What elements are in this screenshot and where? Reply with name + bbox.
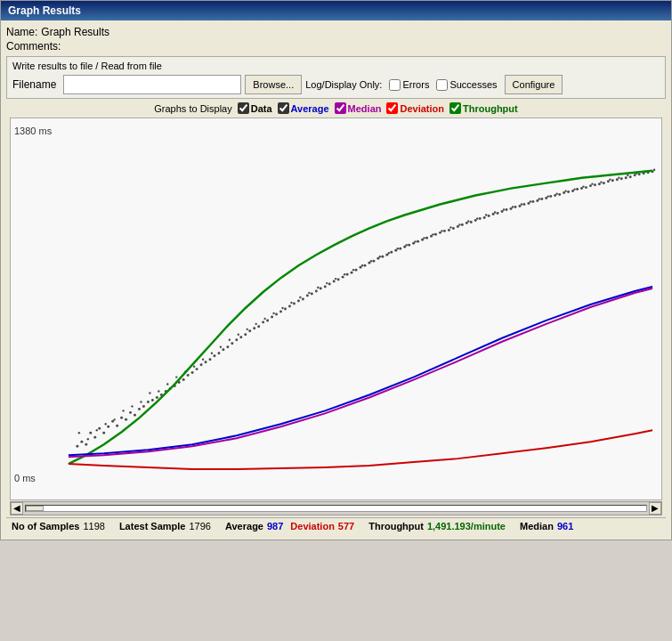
svg-point-123 — [616, 178, 619, 181]
main-window: Graph Results Name: Graph Results Commen… — [0, 0, 672, 540]
successes-checkbox-label[interactable]: Successes — [436, 79, 497, 91]
stat-throughput: Throughput 1,491.193/minute — [368, 521, 506, 531]
throughput-checkbox-label[interactable]: Throughput — [449, 102, 518, 114]
svg-point-42 — [257, 325, 260, 328]
svg-point-31 — [209, 358, 212, 361]
deviation-checkbox-label[interactable]: Deviation — [386, 102, 444, 114]
svg-point-102 — [522, 203, 525, 206]
svg-point-75 — [403, 246, 406, 248]
stat-latest: Latest Sample 1796 — [119, 521, 211, 531]
successes-checkbox[interactable] — [436, 79, 448, 91]
horizontal-scrollbar[interactable]: ◀ ▶ — [10, 501, 662, 515]
svg-point-89 — [466, 222, 468, 224]
browse-button[interactable]: Browse... — [245, 75, 302, 94]
median-checkbox[interactable] — [335, 102, 346, 114]
svg-point-12 — [125, 418, 127, 421]
svg-point-40 — [248, 329, 251, 332]
svg-point-152 — [255, 323, 257, 325]
svg-point-70 — [381, 256, 384, 258]
svg-point-39 — [244, 333, 247, 336]
median-label: Median — [348, 103, 382, 114]
graphs-to-display-label: Graphs to Display — [154, 103, 231, 114]
svg-point-8 — [107, 426, 109, 428]
svg-point-77 — [412, 242, 415, 245]
svg-point-73 — [394, 249, 397, 252]
svg-point-2 — [80, 441, 83, 443]
svg-point-61 — [342, 276, 344, 279]
svg-point-166 — [379, 256, 381, 257]
graphs-display-row: Graphs to Display Data Average Median De… — [6, 102, 666, 114]
svg-point-82 — [434, 233, 437, 236]
svg-point-157 — [299, 296, 301, 298]
svg-point-133 — [87, 438, 89, 440]
deviation-checkbox[interactable] — [386, 102, 398, 114]
scroll-track[interactable] — [25, 505, 647, 512]
stat-median: Median 961 — [520, 521, 573, 531]
deviation-label: Deviation — [400, 103, 444, 114]
average-checkbox-label[interactable]: Average — [278, 102, 329, 114]
svg-point-60 — [337, 279, 340, 281]
svg-point-79 — [421, 239, 424, 241]
svg-point-13 — [129, 411, 132, 414]
scroll-left-button[interactable]: ◀ — [11, 502, 23, 515]
data-checkbox-label[interactable]: Data — [238, 102, 272, 114]
svg-point-105 — [536, 199, 538, 202]
svg-point-16 — [142, 405, 145, 408]
log-display-label: Log/Display Only: — [305, 79, 382, 90]
svg-point-197 — [653, 169, 655, 171]
svg-point-188 — [573, 188, 575, 190]
errors-checkbox[interactable] — [389, 79, 401, 91]
svg-point-56 — [320, 288, 322, 290]
svg-point-139 — [140, 401, 142, 402]
svg-point-180 — [503, 208, 505, 210]
svg-point-30 — [205, 361, 207, 363]
svg-point-132 — [78, 432, 80, 434]
svg-point-80 — [425, 237, 428, 239]
svg-point-138 — [131, 405, 133, 407]
svg-point-34 — [222, 348, 224, 351]
svg-point-51 — [297, 300, 300, 303]
stat-average: Average 987 — [225, 521, 283, 531]
svg-point-108 — [549, 195, 552, 198]
svg-point-177 — [476, 217, 478, 219]
svg-point-18 — [151, 399, 154, 402]
svg-point-137 — [122, 410, 124, 411]
filename-input[interactable] — [63, 75, 241, 94]
svg-point-190 — [591, 183, 593, 184]
svg-point-86 — [452, 227, 455, 230]
throughput-label: Throughput — [463, 103, 518, 114]
average-checkbox[interactable] — [278, 102, 289, 114]
svg-point-185 — [547, 195, 549, 197]
svg-point-53 — [306, 295, 309, 297]
svg-point-85 — [448, 229, 450, 231]
svg-point-135 — [105, 423, 107, 425]
svg-point-1 — [76, 445, 78, 448]
svg-point-54 — [311, 293, 313, 296]
svg-point-63 — [351, 272, 353, 274]
svg-point-182 — [521, 203, 522, 205]
throughput-checkbox[interactable] — [449, 102, 461, 114]
svg-point-127 — [634, 174, 636, 176]
configure-button[interactable]: Configure — [505, 75, 563, 94]
svg-point-66 — [363, 264, 366, 267]
scroll-right-button[interactable]: ▶ — [649, 502, 661, 515]
svg-point-171 — [423, 237, 425, 239]
svg-point-83 — [439, 231, 441, 234]
errors-checkbox-label[interactable]: Errors — [389, 79, 429, 91]
data-checkbox[interactable] — [238, 102, 249, 114]
svg-point-100 — [514, 206, 516, 208]
svg-point-160 — [326, 282, 328, 284]
svg-point-134 — [96, 429, 98, 431]
svg-point-120 — [603, 182, 605, 184]
svg-point-146 — [202, 358, 204, 360]
stats-bar: No of Samples 1198 Latest Sample 1796 Av… — [6, 517, 666, 534]
svg-point-193 — [618, 176, 619, 178]
svg-point-55 — [315, 290, 318, 293]
scroll-thumb[interactable] — [26, 506, 44, 511]
svg-point-3 — [85, 443, 87, 446]
svg-point-179 — [494, 211, 496, 213]
median-checkbox-label[interactable]: Median — [335, 102, 382, 114]
svg-point-148 — [220, 346, 222, 348]
svg-point-158 — [308, 292, 310, 294]
svg-point-19 — [156, 396, 158, 399]
